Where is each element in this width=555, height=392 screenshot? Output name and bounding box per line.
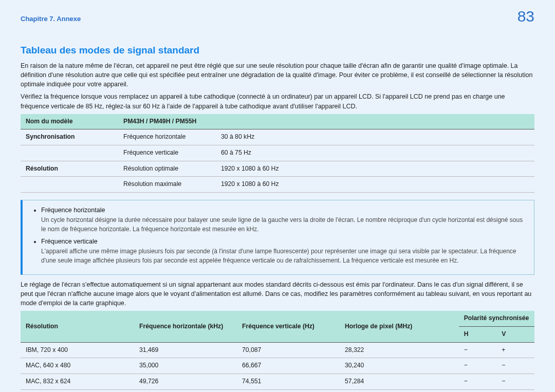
cell-clk: 28,322: [340, 342, 459, 358]
table-row: Résolution maximale 1920 x 1080 à 60 Hz: [21, 177, 534, 193]
cell-clk: 57,284: [340, 374, 459, 390]
th-vert-freq: Fréquence verticale (Hz): [237, 311, 340, 342]
signal-modes-table: Résolution Fréquence horizontale (kHz) F…: [21, 311, 534, 389]
cell-fv: 70,087: [237, 342, 340, 358]
page-header: Chapitre 7. Annexe 83: [21, 5, 534, 28]
cell-pol-v: +: [496, 342, 534, 358]
info-item: Fréquence verticale L'appareil affiche u…: [41, 237, 525, 265]
th-horiz-freq: Fréquence horizontale (kHz): [134, 311, 237, 342]
info-definition: Un cycle horizontal désigne la durée néc…: [41, 216, 525, 234]
page-container: Chapitre 7. Annexe 83 Tableau des modes …: [0, 0, 555, 392]
th-resolution: Résolution: [21, 311, 134, 342]
between-tables-paragraph: Le réglage de l'écran s'effectue automat…: [21, 280, 534, 308]
cell-group: Synchronisation: [21, 129, 118, 145]
th-polarity: Polarité synchronisée: [459, 311, 534, 326]
table-row: Fréquence verticale 60 à 75 Hz: [21, 145, 534, 161]
cell-pol-v: −: [496, 358, 534, 374]
th-product-codes: PM43H / PM49H / PM55H: [118, 114, 534, 129]
cell-fh: 31,469: [134, 342, 237, 358]
section-title: Tableau des modes de signal standard: [21, 43, 534, 58]
info-item: Fréquence horizontale Un cycle horizonta…: [41, 206, 525, 234]
intro-paragraph-2: Vérifiez la fréquence lorsque vous rempl…: [21, 92, 534, 110]
th-polarity-h: H: [459, 326, 497, 342]
table-row: MAC, 640 x 480 35,000 66,667 30,240 − −: [21, 358, 534, 374]
cell-resolution: MAC, 640 x 480: [21, 358, 134, 374]
table-header-row: Nom du modèle PM43H / PM49H / PM55H: [21, 114, 534, 129]
cell-value: 1920 x 1080 à 60 Hz: [216, 177, 534, 193]
cell-pol-h: −: [459, 342, 497, 358]
cell-label: Fréquence verticale: [118, 145, 216, 161]
cell-pol-h: −: [459, 374, 497, 390]
th-polarity-v: V: [496, 326, 534, 342]
table-header-row: Résolution Fréquence horizontale (kHz) F…: [21, 311, 534, 326]
frequency-info-box: Fréquence horizontale Un cycle horizonta…: [21, 200, 534, 275]
cell-label: Fréquence horizontale: [118, 129, 216, 145]
table-row: MAC, 832 x 624 49,726 74,551 57,284 − −: [21, 374, 534, 390]
cell-group: [21, 177, 118, 193]
chapter-label: Chapitre 7. Annexe: [21, 5, 81, 24]
cell-fv: 74,551: [237, 374, 340, 390]
th-model-name: Nom du modèle: [21, 114, 118, 129]
cell-label: Résolution optimale: [118, 161, 216, 177]
cell-clk: 30,240: [340, 358, 459, 374]
cell-value: 1920 x 1080 à 60 Hz: [216, 161, 534, 177]
cell-group: [21, 145, 118, 161]
info-term: Fréquence horizontale: [41, 207, 105, 214]
cell-fh: 35,000: [134, 358, 237, 374]
cell-fh: 49,726: [134, 374, 237, 390]
table-row: Résolution Résolution optimale 1920 x 10…: [21, 161, 534, 177]
cell-resolution: IBM, 720 x 400: [21, 342, 134, 358]
th-pixel-clock: Horloge de pixel (MHz): [340, 311, 459, 342]
model-spec-table: Nom du modèle PM43H / PM49H / PM55H Sync…: [21, 114, 534, 193]
cell-fv: 66,667: [237, 358, 340, 374]
intro-paragraph-1: En raison de la nature même de l'écran, …: [21, 61, 534, 89]
cell-label: Résolution maximale: [118, 177, 216, 193]
info-definition: L'appareil affiche une même image plusie…: [41, 247, 525, 265]
cell-value: 60 à 75 Hz: [216, 145, 534, 161]
table-row: IBM, 720 x 400 31,469 70,087 28,322 − +: [21, 342, 534, 358]
cell-pol-v: −: [496, 374, 534, 390]
cell-group: Résolution: [21, 161, 118, 177]
cell-resolution: MAC, 832 x 624: [21, 374, 134, 390]
cell-value: 30 à 80 kHz: [216, 129, 534, 145]
page-number: 83: [517, 5, 534, 28]
info-term: Fréquence verticale: [41, 238, 98, 245]
table-row: Synchronisation Fréquence horizontale 30…: [21, 129, 534, 145]
cell-pol-h: −: [459, 358, 497, 374]
